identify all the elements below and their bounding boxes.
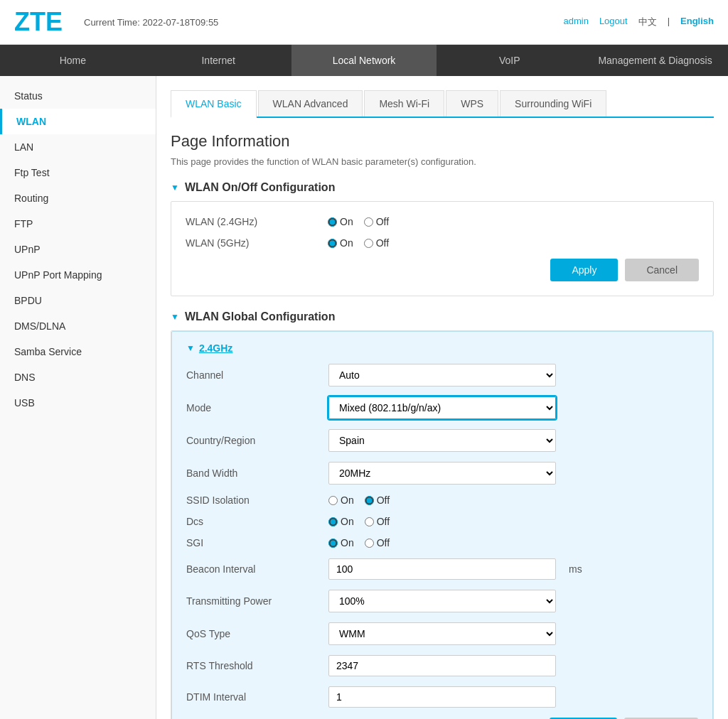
lang-cn[interactable]: 中文 <box>638 16 657 28</box>
wlan-onoff-box: WLAN (2.4GHz) On Off WLAN (5GHz <box>171 201 714 296</box>
wlan-onoff-arrow: ▼ <box>171 183 179 193</box>
sidebar-item-samba-service[interactable]: Samba Service <box>0 339 156 364</box>
sidebar-item-wlan[interactable]: WLAN <box>0 109 156 134</box>
wlan-global-box: ▼ 2.4GHz Channel Auto 123 <box>171 330 714 719</box>
wlan-24ghz-off[interactable]: Off <box>364 216 389 227</box>
wlan-5ghz-label: WLAN (5GHz) <box>186 237 328 249</box>
transmitting-power-select[interactable]: 100% 75% 50% 25% <box>328 590 556 612</box>
bandwidth-select[interactable]: 20MHz 40MHz 80MHz <box>328 462 556 485</box>
dcs-on[interactable]: On <box>328 516 354 527</box>
wlan-global-arrow: ▼ <box>171 312 179 322</box>
wlan-onoff-header[interactable]: ▼ WLAN On/Off Configuration <box>171 181 714 194</box>
sub-section-24ghz: ▼ 2.4GHz Channel Auto 123 <box>171 331 713 719</box>
bandwidth-value: 20MHz 40MHz 80MHz <box>328 462 698 485</box>
logout-link[interactable]: Logout <box>599 16 628 28</box>
qos-type-select[interactable]: WMM None <box>328 622 556 645</box>
nav-internet[interactable]: Internet <box>146 45 291 76</box>
wlan-5ghz-on[interactable]: On <box>328 237 353 249</box>
wlan-5ghz-on-radio[interactable] <box>328 239 337 248</box>
sub-section-24ghz-header[interactable]: ▼ 2.4GHz <box>186 342 698 354</box>
sgi-label: SGI <box>186 537 328 548</box>
sidebar-item-bpdu[interactable]: BPDU <box>0 288 156 313</box>
main-layout: Status WLAN LAN Ftp Test Routing FTP UPn… <box>0 76 728 719</box>
tab-wlan-advanced[interactable]: WLAN Advanced <box>258 90 363 117</box>
beacon-interval-value: ms <box>328 558 698 580</box>
transmitting-power-row: Transmitting Power 100% 75% 50% 25% <box>186 590 698 612</box>
nav-management[interactable]: Management & Diagnosis <box>582 45 728 76</box>
header-actions: admin Logout 中文 | English <box>563 16 714 28</box>
sidebar-item-dns[interactable]: DNS <box>0 364 156 390</box>
wlan-24ghz-on-radio[interactable] <box>328 217 337 227</box>
mode-row: Mode Mixed (802.11b/g/n/ax) Mixed (802.1… <box>186 396 698 419</box>
dcs-off[interactable]: Off <box>365 516 390 527</box>
dtim-interval-input[interactable] <box>328 686 556 708</box>
ssid-isolation-on[interactable]: On <box>328 494 354 506</box>
sidebar-item-ftp[interactable]: FTP <box>0 211 156 237</box>
ssid-isolation-off-label: Off <box>377 494 390 506</box>
sub-section-24ghz-arrow: ▼ <box>186 343 195 353</box>
dcs-on-radio[interactable] <box>328 517 338 526</box>
sidebar-item-upnp-port-mapping[interactable]: UPnP Port Mapping <box>0 262 156 288</box>
dcs-row: Dcs On Off <box>186 516 698 527</box>
dcs-off-radio[interactable] <box>365 517 374 526</box>
wlan-onoff-apply-button[interactable]: Apply <box>550 259 618 281</box>
dtim-interval-row: DTIM Interval <box>186 686 698 708</box>
country-value: Spain Germany France <box>328 429 698 452</box>
current-time: Current Time: 2022-07-18T09:55 <box>84 17 563 28</box>
beacon-interval-input[interactable] <box>328 558 556 580</box>
bandwidth-row: Band Width 20MHz 40MHz 80MHz <box>186 462 698 485</box>
header: ZTE Current Time: 2022-07-18T09:55 admin… <box>0 0 728 45</box>
wlan-onoff-cancel-button[interactable]: Cancel <box>625 259 699 281</box>
logo: ZTE <box>14 7 63 37</box>
sgi-off-radio[interactable] <box>365 539 374 548</box>
channel-value: Auto 123 <box>328 364 698 386</box>
channel-select[interactable]: Auto 123 <box>328 364 556 386</box>
dcs-off-label: Off <box>377 516 390 527</box>
sub-section-24ghz-title: 2.4GHz <box>199 342 232 354</box>
mode-select[interactable]: Mixed (802.11b/g/n/ax) Mixed (802.11b/g/… <box>328 396 556 419</box>
wlan-24ghz-on-label: On <box>340 216 353 227</box>
wlan-24ghz-off-label: Off <box>376 216 389 227</box>
beacon-interval-unit: ms <box>569 563 582 575</box>
sidebar-item-status[interactable]: Status <box>0 83 156 109</box>
ssid-isolation-on-radio[interactable] <box>328 496 338 505</box>
wlan-global-title: WLAN Global Configuration <box>185 310 336 323</box>
sidebar-item-ftp-test[interactable]: Ftp Test <box>0 160 156 185</box>
sidebar-item-routing[interactable]: Routing <box>0 185 156 211</box>
rts-threshold-input[interactable] <box>328 655 556 676</box>
lang-en[interactable]: English <box>680 16 714 28</box>
tab-wps[interactable]: WPS <box>446 90 498 117</box>
sgi-off[interactable]: Off <box>365 537 390 548</box>
tab-wlan-basic[interactable]: WLAN Basic <box>171 90 257 118</box>
ssid-isolation-off-radio[interactable] <box>365 496 374 505</box>
tab-surrounding-wifi[interactable]: Surrounding WiFi <box>500 90 606 117</box>
qos-type-value: WMM None <box>328 622 698 645</box>
wlan-5ghz-off[interactable]: Off <box>364 237 389 249</box>
ssid-isolation-off[interactable]: Off <box>365 494 390 506</box>
sgi-on[interactable]: On <box>328 537 354 548</box>
sidebar-item-dms-dlna[interactable]: DMS/DLNA <box>0 313 156 339</box>
nav-voip[interactable]: VoIP <box>437 45 582 76</box>
tab-mesh-wifi[interactable]: Mesh Wi-Fi <box>364 90 444 117</box>
nav-local-network[interactable]: Local Network <box>291 45 437 76</box>
admin-link[interactable]: admin <box>563 16 588 28</box>
sidebar-item-usb[interactable]: USB <box>0 390 156 416</box>
sidebar-item-lan[interactable]: LAN <box>0 134 156 160</box>
wlan-5ghz-off-label: Off <box>376 237 389 249</box>
sidebar: Status WLAN LAN Ftp Test Routing FTP UPn… <box>0 76 156 719</box>
navbar: Home Internet Local Network VoIP Managem… <box>0 45 728 76</box>
ssid-isolation-row: SSID Isolation On Off <box>186 494 698 506</box>
beacon-interval-row: Beacon Interval ms <box>186 558 698 580</box>
wlan-24ghz-on[interactable]: On <box>328 216 353 227</box>
sgi-on-radio[interactable] <box>328 539 338 548</box>
wlan-onoff-btn-row: Apply Cancel <box>186 259 699 281</box>
wlan-24ghz-off-radio[interactable] <box>364 217 373 227</box>
country-select[interactable]: Spain Germany France <box>328 429 556 452</box>
transmitting-power-label: Transmitting Power <box>186 595 328 607</box>
sidebar-item-upnp[interactable]: UPnP <box>0 237 156 262</box>
wlan-global-header[interactable]: ▼ WLAN Global Configuration <box>171 310 714 323</box>
wlan-5ghz-off-radio[interactable] <box>364 239 373 248</box>
wlan-onoff-section: ▼ WLAN On/Off Configuration WLAN (2.4GHz… <box>171 181 714 296</box>
nav-home[interactable]: Home <box>0 45 146 76</box>
sgi-off-label: Off <box>377 537 390 548</box>
